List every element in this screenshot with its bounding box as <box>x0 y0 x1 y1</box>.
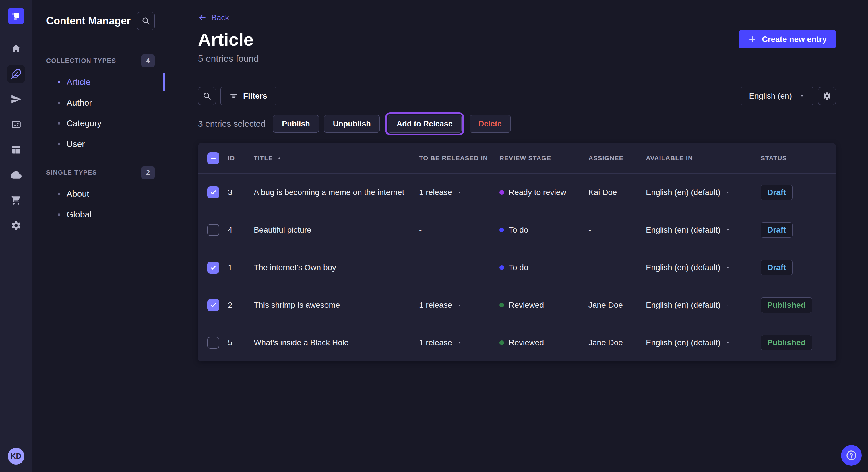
chevron-down-icon <box>725 302 731 308</box>
avatar[interactable]: KD <box>8 448 24 465</box>
status-badge: Draft <box>761 222 793 238</box>
chevron-down-icon <box>725 227 731 233</box>
status-badge: Published <box>761 297 812 313</box>
cell-release[interactable]: 1 release <box>419 301 499 310</box>
publish-button[interactable]: Publish <box>273 115 319 133</box>
cell-release[interactable]: 1 release <box>419 338 499 347</box>
cell-review-stage: Reviewed <box>499 301 588 310</box>
subnav-search-button[interactable] <box>137 12 155 30</box>
column-id: ID <box>228 155 254 162</box>
cell-available-in[interactable]: English (en) (default) <box>646 301 761 310</box>
back-link[interactable]: Back <box>198 13 229 22</box>
check-icon <box>210 301 217 309</box>
table-row[interactable]: 5 What's inside a Black Hole 1 release R… <box>198 324 836 361</box>
delete-button[interactable]: Delete <box>470 115 510 133</box>
column-assignee: ASSIGNEE <box>588 155 646 162</box>
content-type-builder-icon[interactable] <box>7 141 25 159</box>
search-icon <box>141 16 150 26</box>
column-title[interactable]: TITLE <box>254 155 419 162</box>
app-root: KD Content Manager COLLECTION TYPES 4 Ar… <box>0 0 868 472</box>
cell-status: Draft <box>761 185 827 200</box>
collection-types-section: COLLECTION TYPES 4 Article Author Catego… <box>32 55 165 154</box>
stage-dot <box>499 340 504 345</box>
row-checkbox[interactable] <box>207 299 219 311</box>
main-content: Back Article Create new entry 5 entries … <box>165 0 868 361</box>
row-checkbox[interactable] <box>207 187 219 198</box>
chevron-down-icon <box>457 302 462 308</box>
bullet-icon <box>58 213 60 216</box>
main-nav: KD <box>0 0 32 472</box>
cell-title: Beautiful picture <box>254 225 419 235</box>
cell-release[interactable]: - <box>419 263 499 272</box>
cell-title: What's inside a Black Hole <box>254 338 419 347</box>
home-icon[interactable] <box>7 40 25 58</box>
page-title: Article <box>198 30 253 49</box>
help-button[interactable] <box>841 445 862 466</box>
row-checkbox[interactable] <box>207 262 219 274</box>
table-row[interactable]: 1 The internet's Own boy - To do - Engli… <box>198 248 836 286</box>
cell-available-in[interactable]: English (en) (default) <box>646 225 761 235</box>
marketplace-icon[interactable] <box>7 191 25 209</box>
single-types-section: SINGLE TYPES 2 About Global <box>32 166 165 225</box>
cell-review-stage: To do <box>499 263 588 272</box>
collection-types-count-badge: 4 <box>141 55 155 67</box>
arrow-left-icon <box>198 13 207 22</box>
table-row[interactable]: 4 Beautiful picture - To do - English (e… <box>198 211 836 248</box>
content-icon[interactable] <box>7 65 25 83</box>
releases-icon[interactable] <box>7 90 25 108</box>
sidebar-item-about[interactable]: About <box>32 183 165 204</box>
column-available-in: AVAILABLE IN <box>646 155 761 162</box>
stage-dot <box>499 303 504 307</box>
sidebar-item-category[interactable]: Category <box>32 113 165 134</box>
cell-available-in[interactable]: English (en) (default) <box>646 188 761 197</box>
status-badge: Draft <box>761 185 793 200</box>
row-checkbox[interactable] <box>207 224 219 236</box>
sort-asc-icon <box>276 156 282 161</box>
entries-table: ID TITLE TO BE RELEASED IN REVIEW STAGE … <box>198 143 836 361</box>
chevron-down-icon <box>799 93 805 99</box>
cell-release[interactable]: - <box>419 225 499 235</box>
sidebar-item-author[interactable]: Author <box>32 92 165 113</box>
status-badge: Published <box>761 335 812 350</box>
view-settings-button[interactable] <box>818 87 836 105</box>
settings-icon[interactable] <box>7 216 25 234</box>
sidebar-item-user[interactable]: User <box>32 134 165 154</box>
cell-available-in[interactable]: English (en) (default) <box>646 338 761 347</box>
filters-button[interactable]: Filters <box>220 87 276 105</box>
row-checkbox[interactable] <box>207 337 219 349</box>
strapi-logo-icon[interactable] <box>8 8 24 24</box>
table-row[interactable]: 3 A bug is becoming a meme on the intern… <box>198 173 836 211</box>
cell-assignee: Jane Doe <box>588 301 646 310</box>
cell-title: A bug is becoming a meme on the internet <box>254 188 419 197</box>
check-icon <box>210 264 217 271</box>
cell-id: 3 <box>228 188 254 197</box>
deploy-icon[interactable] <box>7 166 25 184</box>
filter-icon <box>229 92 238 100</box>
cell-status: Published <box>761 297 827 313</box>
active-indicator <box>163 72 165 92</box>
section-label: COLLECTION TYPES <box>46 57 116 65</box>
search-button[interactable] <box>198 87 216 105</box>
table-row[interactable]: 2 This shrimp is awesome 1 release Revie… <box>198 286 836 324</box>
gear-icon <box>823 92 832 101</box>
logo-box <box>0 0 32 32</box>
sidebar-item-article[interactable]: Article <box>32 72 165 92</box>
cell-available-in[interactable]: English (en) (default) <box>646 263 761 272</box>
cell-title: This shrimp is awesome <box>254 301 419 310</box>
bullet-icon <box>58 193 60 195</box>
cell-assignee: - <box>588 225 646 235</box>
cell-review-stage: Ready to review <box>499 188 588 197</box>
chevron-down-icon <box>725 190 731 195</box>
cell-release[interactable]: 1 release <box>419 188 499 197</box>
cell-id: 2 <box>228 301 254 310</box>
create-new-entry-button[interactable]: Create new entry <box>739 30 836 48</box>
unpublish-button[interactable]: Unpublish <box>324 115 380 133</box>
section-label: SINGLE TYPES <box>46 169 97 176</box>
cell-id: 1 <box>228 263 254 272</box>
locale-select[interactable]: English (en) <box>741 87 813 105</box>
sidebar-item-global[interactable]: Global <box>32 204 165 225</box>
add-to-release-button[interactable]: Add to Release <box>388 115 462 133</box>
stage-dot <box>499 228 504 232</box>
media-library-icon[interactable] <box>7 115 25 133</box>
select-all-checkbox[interactable] <box>207 152 219 164</box>
